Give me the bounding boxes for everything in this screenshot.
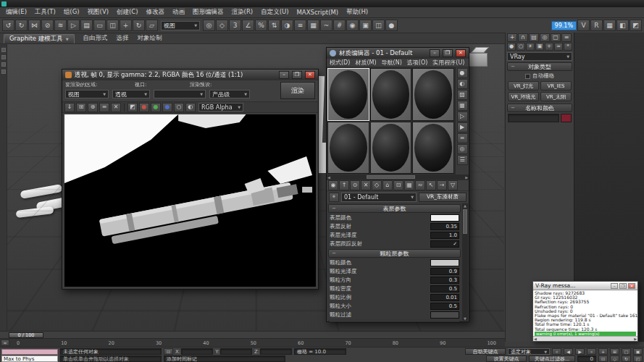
menu-item[interactable]: 编辑(E) — [6, 8, 27, 17]
alpha-channel-icon[interactable]: ○ — [174, 103, 184, 112]
left-dock-icon[interactable] — [1, 62, 6, 67]
modify-panel-icon[interactable]: ∩ — [518, 33, 528, 42]
channel-display-combo[interactable]: RGB Alpha ▼ — [198, 103, 243, 111]
menu-item[interactable]: 自定义(U) — [261, 8, 288, 17]
geometry-category-icon[interactable]: ● — [507, 43, 516, 51]
select-and-link-icon[interactable]: ⋈ — [28, 20, 41, 31]
window-titlebar[interactable] — [0, 0, 644, 7]
param-color-swatch[interactable] — [430, 214, 459, 222]
scroll-left-icon[interactable]: ◀ — [327, 175, 330, 180]
scroll-up-icon[interactable]: ▲ — [464, 203, 467, 208]
material-sample-slot[interactable] — [370, 122, 412, 174]
render-mode-combo[interactable]: 产品级 ▼ — [209, 90, 250, 98]
utilities-panel-icon[interactable]: ≡ — [561, 33, 572, 42]
material-editor-menu-item[interactable]: 模式(D) — [330, 59, 350, 67]
bind-to-spacewarp-icon[interactable]: ≋ — [54, 20, 67, 31]
param-value-field[interactable]: 0.9 — [430, 268, 459, 275]
maxscript-mini-listener[interactable]: Max to Phys — [1, 355, 58, 362]
minimize-icon[interactable]: – — [430, 49, 440, 57]
maximize-icon[interactable]: ❐ — [443, 49, 453, 57]
sample-tiling-icon[interactable]: ▦ — [457, 101, 468, 111]
vray-toolbar-icon-5[interactable]: ◩ — [630, 20, 642, 31]
save-image-icon[interactable]: ⇓ — [64, 103, 75, 112]
zoom-extents-icon[interactable]: ▢ — [622, 348, 631, 355]
auto-key-button[interactable]: 自动关键点 — [465, 348, 506, 355]
material-sample-slot[interactable] — [412, 122, 454, 174]
material-sample-slot[interactable] — [327, 68, 369, 121]
selection-lock-icon[interactable]: ⊡ — [164, 348, 173, 355]
align-icon[interactable]: ≡ — [294, 20, 306, 31]
param-value-field[interactable]: 1.0 — [430, 232, 459, 239]
go-forward-to-sibling-icon[interactable]: → — [437, 180, 447, 190]
unlink-selection-icon[interactable]: ⊘ — [41, 20, 54, 31]
param-value-field[interactable]: 0.01 — [430, 294, 459, 301]
material-editor-menu-item[interactable]: 实用程序(U) — [432, 59, 464, 67]
play-icon[interactable]: ▶ — [575, 348, 585, 355]
put-to-library-icon[interactable]: ⌂ — [382, 180, 393, 190]
track-bar[interactable]: ≈ 0102030405060708090100 — [0, 339, 505, 347]
vray-messages-titlebar[interactable]: V-Ray messa... – ❐ ✕ — [533, 282, 637, 290]
render-button[interactable]: 渲染 — [280, 82, 315, 99]
material-sample-slot[interactable] — [327, 122, 369, 174]
crossing-selection-icon[interactable]: ◫ — [106, 20, 119, 31]
close-icon[interactable]: ✕ — [305, 71, 315, 79]
parameters-vertical-scrollbar[interactable]: ▲ ▼ — [462, 203, 468, 321]
menu-item[interactable]: MAXScript(M) — [297, 9, 339, 16]
undo-icon[interactable]: ↺ — [2, 20, 14, 31]
menu-item[interactable]: 帮助(H) — [346, 8, 368, 17]
percent-snap-icon[interactable]: % — [255, 20, 267, 31]
clear-image-icon[interactable]: ✕ — [111, 103, 121, 112]
vray-toolbar-icon-3[interactable]: ▦ — [603, 20, 616, 31]
selected-objects-combo[interactable]: 选定对象 ▼ — [508, 348, 550, 355]
select-and-scale-icon[interactable]: ▱ — [146, 20, 158, 31]
pick-material-from-object-icon[interactable]: ▽ — [448, 180, 458, 190]
object-type-button[interactable]: VR_环境光 — [508, 92, 539, 101]
left-dock-icon[interactable] — [1, 55, 6, 59]
cameras-category-icon[interactable]: ▣ — [535, 43, 544, 51]
current-frame-field[interactable]: 0 — [577, 355, 596, 362]
sample-horizontal-scrollbar[interactable]: ◀ ▶ — [327, 174, 469, 180]
viewcube-top-face[interactable] — [471, 47, 490, 53]
hierarchy-panel-icon[interactable]: ▤ — [529, 33, 539, 42]
menu-item[interactable]: 视图(V) — [88, 8, 109, 17]
snaps-toggle-icon[interactable]: 3 — [229, 20, 241, 31]
object-type-button[interactable]: VR_IES — [540, 81, 572, 90]
copy-image-icon[interactable]: ⊞ — [76, 103, 86, 112]
clone-rendered-frame-icon[interactable]: ⊕ — [88, 103, 98, 112]
vray-toolbar-icon-1[interactable]: V — [577, 20, 590, 31]
tab-graphite-modeling-tools[interactable]: Graphite 建模工具 ▼ — [4, 34, 75, 43]
rollout-header-object-type[interactable]: − 对象类型 — [507, 62, 572, 71]
create-panel-icon[interactable]: + — [507, 33, 517, 42]
time-slider[interactable]: 0 / 100 — [0, 331, 505, 339]
scrollbar-thumb[interactable] — [367, 175, 415, 179]
param-value-field[interactable]: 0.5 — [430, 303, 459, 310]
material-editor-menu-item[interactable]: 选项(O) — [407, 59, 428, 67]
scroll-right-icon[interactable]: ▶ — [634, 337, 637, 341]
time-slider-handle[interactable]: 0 / 100 — [9, 332, 43, 338]
go-to-start-icon[interactable]: « — [552, 348, 561, 355]
go-to-end-icon[interactable]: » — [587, 348, 596, 355]
reference-coordinate-combo[interactable]: 视图 ▼ — [161, 21, 200, 30]
maximize-viewport-icon[interactable]: ◰ — [633, 355, 643, 362]
scrollbar-thumb[interactable] — [463, 209, 467, 234]
object-type-button[interactable]: VR_灯光 — [508, 81, 539, 90]
vray-toolbar-icon-4[interactable]: ◧ — [616, 20, 629, 31]
menu-item[interactable]: 组(G) — [64, 8, 80, 17]
z-coordinate-input[interactable] — [260, 348, 292, 355]
make-preview-icon[interactable]: ▶ — [457, 122, 468, 132]
helpers-category-icon[interactable]: + — [545, 43, 553, 51]
ribbon-tab[interactable]: 选择 — [117, 34, 129, 43]
orbit-icon[interactable]: ↻ — [622, 355, 631, 362]
key-filters-button[interactable]: 关键点过滤器... — [529, 355, 575, 362]
layer-manager-icon[interactable]: ▦ — [307, 20, 319, 31]
make-material-copy-icon[interactable]: ◇ — [372, 180, 382, 190]
scroll-right-icon[interactable]: ▶ — [465, 175, 468, 180]
select-object-icon[interactable]: ▷ — [67, 20, 80, 31]
show-end-result-icon[interactable]: ≈ — [415, 180, 425, 190]
param-value-field[interactable]: ✓ — [430, 240, 459, 248]
x-coordinate-input[interactable] — [181, 348, 213, 355]
material-editor-menu-item[interactable]: 材质(M) — [355, 59, 376, 67]
object-type-button[interactable]: VR_太阳 — [540, 92, 572, 101]
scroll-left-icon[interactable]: ◀ — [534, 337, 537, 341]
sample-type-icon[interactable]: ● — [457, 68, 468, 78]
